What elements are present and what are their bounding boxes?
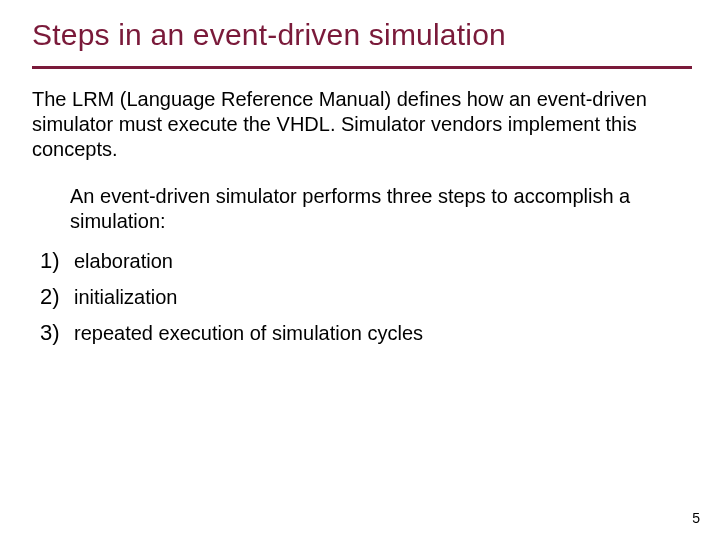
list-item: 3) repeated execution of simulation cycl… (40, 320, 692, 346)
step-label: initialization (74, 286, 177, 309)
subintro-paragraph: An event-driven simulator performs three… (70, 184, 660, 234)
step-number: 1) (40, 248, 74, 274)
steps-list: 1) elaboration 2) initialization 3) repe… (40, 248, 692, 346)
step-number: 3) (40, 320, 74, 346)
list-item: 2) initialization (40, 284, 692, 310)
intro-paragraph: The LRM (Language Reference Manual) defi… (32, 87, 672, 162)
slide-title: Steps in an event-driven simulation (32, 18, 692, 52)
step-label: repeated execution of simulation cycles (74, 322, 423, 345)
title-divider (32, 66, 692, 69)
step-number: 2) (40, 284, 74, 310)
page-number: 5 (692, 510, 700, 526)
list-item: 1) elaboration (40, 248, 692, 274)
step-label: elaboration (74, 250, 173, 273)
